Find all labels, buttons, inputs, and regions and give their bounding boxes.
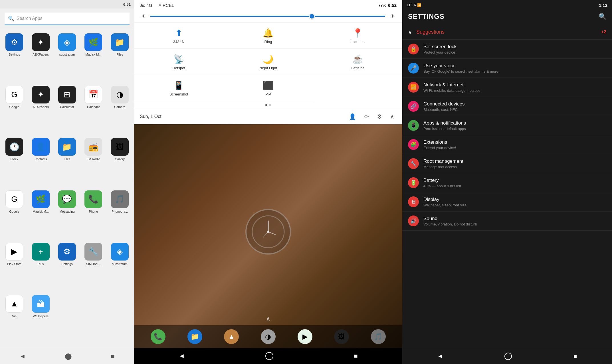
quick-tile-pip[interactable]: ⬛PiP — [223, 75, 313, 101]
app-icon-files: 📁 — [111, 33, 129, 51]
app-item-calculator[interactable]: ⊞Calculator — [54, 84, 80, 136]
dock-phone[interactable]: 📞 — [151, 329, 165, 344]
notification-shade-panel: Jio 4G — AIRCEL 77% 6:52 ☀ ☀ ⬆343° N🔔Rin… — [134, 0, 402, 364]
svg-line-3 — [263, 232, 268, 237]
suggestion-label: Suggestions — [416, 29, 601, 35]
settings-item-extensions[interactable]: 🧩ExtensionsExtend your device! — [402, 135, 612, 154]
dock-playstore[interactable]: ▶ — [298, 329, 312, 344]
app-icon-aexpapers: ✦ — [32, 33, 50, 51]
settings-title-extensions: Extensions — [423, 139, 606, 145]
settings-title-connected: Connected devices — [423, 101, 606, 107]
app-item-google[interactable]: GGoogle — [1, 84, 27, 136]
settings-text-screen-lock: Set screen lockProtect your device — [423, 44, 606, 54]
dock-camera[interactable]: ◑ — [261, 329, 276, 344]
home-button[interactable]: ⬤ — [59, 350, 78, 362]
search-bar-container: 🔍 Search Apps — [0, 9, 134, 28]
app-item-plus[interactable]: +Plus — [27, 241, 54, 293]
app-item-fmradio[interactable]: 📻FM Radio — [80, 136, 106, 188]
app-label-phonogra: Phonogra... — [112, 210, 128, 213]
recents-button[interactable]: ■ — [105, 350, 120, 362]
app-icon-plus: + — [32, 243, 50, 261]
app-icon-substratum: ◈ — [58, 33, 76, 51]
mid-back-button[interactable]: ◄ — [170, 350, 193, 362]
tile-icon-ring: 🔔 — [263, 29, 273, 37]
brightness-row[interactable]: ☀ ☀ — [134, 10, 402, 23]
app-item-wallpapers[interactable]: 🏔Wallpapers — [27, 293, 54, 345]
app-item-phone[interactable]: 📞Phone — [80, 188, 106, 241]
settings-subtitle-battery: 40% — about 9 hrs left — [423, 184, 606, 188]
app-icon-magisk: 🌿 — [84, 33, 102, 51]
settings-icon[interactable]: ⚙ — [375, 112, 384, 121]
right-back-button[interactable]: ◄ — [429, 351, 452, 362]
app-item-simtool[interactable]: 🔧SIM Tool... — [80, 241, 106, 293]
app-label-via: Via — [12, 314, 17, 318]
app-label-simtool: SIM Tool... — [86, 262, 101, 266]
app-item-aexpapers2[interactable]: ✦AEXPapers — [27, 84, 54, 136]
settings-item-screen-lock[interactable]: 🔒Set screen lockProtect your device — [402, 40, 612, 59]
app-item-contacts[interactable]: 👤Contacts — [27, 136, 54, 188]
settings-text-voice: Use your voiceSay 'Ok Google' to search,… — [423, 63, 606, 74]
app-item-clock[interactable]: 🕐Clock — [1, 136, 27, 188]
search-bar[interactable]: 🔍 Search Apps — [5, 13, 130, 25]
settings-item-root[interactable]: 🔧Root managementManage root access — [402, 154, 612, 173]
tile-icon-nightlight: 🌙 — [263, 55, 273, 64]
app-item-google2[interactable]: GGoogle — [1, 188, 27, 241]
app-item-substratum[interactable]: ◈substratum — [54, 31, 80, 84]
quick-tile-ring[interactable]: 🔔Ring — [223, 23, 313, 49]
settings-icon-connected: 🔗 — [408, 101, 419, 112]
quick-tile-screenshot[interactable]: 📱Screenshot — [134, 75, 223, 101]
app-item-substratum2[interactable]: ◈substratum — [107, 241, 133, 293]
brightness-slider[interactable] — [150, 16, 385, 17]
dock-phonogra[interactable]: 🎵 — [371, 329, 386, 344]
right-recents-button[interactable]: ■ — [565, 351, 585, 362]
app-item-playstore[interactable]: ▶Play Store — [1, 241, 27, 293]
app-item-files2[interactable]: 📁Files — [54, 136, 80, 188]
date-text: Sun, 1 Oct — [140, 114, 343, 119]
back-button[interactable]: ◄ — [14, 350, 31, 362]
settings-title-root: Root management — [423, 158, 606, 164]
app-item-settings[interactable]: ⚙Settings — [1, 31, 27, 84]
settings-item-apps[interactable]: 📱Apps & notificationsPermissions, defaul… — [402, 116, 612, 135]
right-home-button[interactable] — [504, 353, 512, 360]
app-item-magisk[interactable]: 🌿Magisk M... — [80, 31, 106, 84]
app-item-calendar[interactable]: 📅Calendar — [80, 84, 106, 136]
app-item-via[interactable]: ▲Via — [1, 293, 27, 345]
app-icon-messaging: 💬 — [58, 190, 76, 208]
user-icon[interactable]: 👤 — [347, 112, 358, 121]
app-item-camera[interactable]: ◑Camera — [107, 84, 133, 136]
settings-item-sound[interactable]: 🔊SoundVolume, vibration, Do not disturb — [402, 212, 612, 231]
app-item-aexpapers[interactable]: ✦AEXPapers — [27, 31, 54, 84]
collapse-icon[interactable]: ∧ — [388, 112, 397, 121]
settings-item-network[interactable]: 📶Network & InternetWi-Fi, mobile, data u… — [402, 78, 612, 97]
settings-text-display: DisplayWallpaper, sleep, font size — [423, 197, 606, 207]
settings-item-battery[interactable]: 🔋Battery40% — about 9 hrs left — [402, 173, 612, 192]
app-label-aexpapers2: AEXPapers — [33, 105, 49, 109]
edit-icon[interactable]: ✏ — [362, 112, 371, 121]
settings-item-voice[interactable]: 🎤Use your voiceSay 'Ok Google' to search… — [402, 59, 612, 78]
dock-substratum[interactable]: ▲ — [224, 329, 239, 344]
brightness-thumb[interactable] — [309, 13, 315, 19]
quick-tile-nightlight[interactable]: 🌙Night Light — [223, 49, 313, 75]
app-icon-aexpapers2: ✦ — [32, 86, 50, 103]
dock-files[interactable]: 📁 — [187, 329, 202, 344]
app-item-gallery[interactable]: 🖼Gallery — [107, 136, 133, 188]
mid-recents-button[interactable]: ■ — [346, 350, 366, 362]
app-item-files[interactable]: 📁Files — [107, 31, 133, 84]
quick-tile-hotspot[interactable]: 📡Hotspot — [134, 49, 223, 75]
mid-home-button[interactable] — [265, 352, 273, 360]
quick-tile-location[interactable]: 📍Location — [313, 23, 402, 49]
settings-item-display[interactable]: 🖥DisplayWallpaper, sleep, font size — [402, 192, 612, 212]
suggestions-row[interactable]: ∨ Suggestions +2 — [402, 25, 612, 40]
quick-tile-compass[interactable]: ⬆343° N — [134, 23, 223, 49]
dock-gallery[interactable]: 🖼 — [334, 329, 349, 344]
settings-subtitle-extensions: Extend your device! — [423, 146, 606, 150]
app-item-settings2[interactable]: ⚙Settings — [54, 241, 80, 293]
settings-search-button[interactable]: 🔍 — [599, 13, 606, 20]
app-item-messaging[interactable]: 💬Messaging — [54, 188, 80, 241]
swipe-up-area[interactable]: ∧ — [134, 313, 402, 325]
app-label-playstore: Play Store — [7, 262, 22, 266]
app-item-magisk2[interactable]: 🌿Magisk M... — [27, 188, 54, 241]
app-item-phonogra[interactable]: 🎵Phonogra... — [107, 188, 133, 241]
settings-item-connected[interactable]: 🔗Connected devicesBluetooth, cast, NFC — [402, 97, 612, 116]
quick-tile-caffeine[interactable]: ☕Caffeine — [313, 49, 402, 75]
